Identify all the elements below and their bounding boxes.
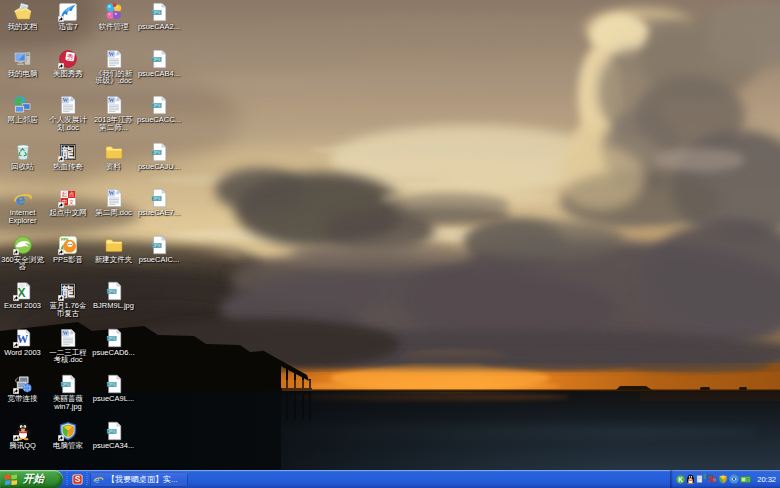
- svg-text:K: K: [678, 475, 683, 482]
- svg-text:e: e: [94, 475, 99, 485]
- svg-text:): ): [705, 474, 706, 479]
- svg-text:S: S: [75, 474, 81, 484]
